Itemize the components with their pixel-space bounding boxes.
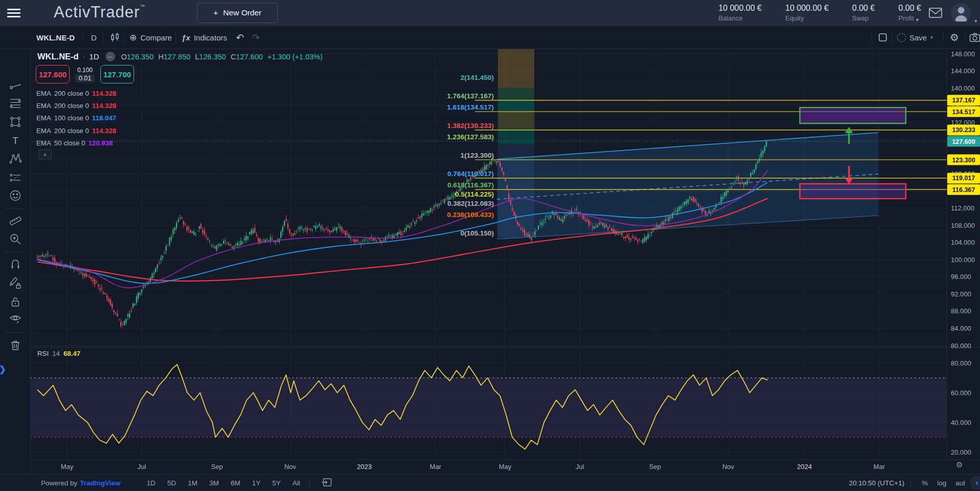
svg-text:1.382(130.233): 1.382(130.233) — [447, 122, 494, 130]
range-3m[interactable]: 3M — [206, 478, 223, 488]
avatar[interactable] — [951, 3, 971, 23]
svg-text:127.600: 127.600 — [952, 138, 975, 145]
auto-scale-button[interactable]: aut — [951, 479, 970, 487]
undo-icon[interactable]: ↶ — [236, 26, 244, 49]
log-scale-button[interactable]: log — [932, 479, 951, 487]
indicators-button[interactable]: ƒx Indicators — [182, 26, 227, 49]
settings-gear-icon[interactable]: ⚙ — [950, 26, 959, 49]
indicator-row[interactable]: EMA200 close 0 114.328 — [36, 124, 116, 137]
trend-line-icon[interactable] — [9, 79, 22, 92]
svg-text:0.236(109.433): 0.236(109.433) — [447, 211, 494, 219]
svg-text:Jul: Jul — [576, 463, 584, 471]
avatar-caret-icon[interactable]: ▾ — [974, 18, 977, 24]
zoom-in-icon[interactable] — [9, 232, 22, 246]
legend-symbol: WKL.NE-d — [37, 52, 79, 61]
svg-text:2024: 2024 — [797, 463, 812, 471]
hide-drawings-eye-icon[interactable] — [9, 312, 22, 326]
svg-text:Jul: Jul — [138, 463, 146, 471]
activtrader-app: 2(141.450)1.764(137.167)1.618(134.517)1.… — [0, 0, 980, 491]
range-buttons: 1D 5D 1M 3M 6M 1Y 5Y All — [143, 478, 304, 488]
svg-text:2(141.450): 2(141.450) — [461, 74, 494, 81]
hide-series-icon[interactable]: — — [105, 52, 115, 61]
forecast-tool-icon[interactable] — [9, 171, 22, 184]
svg-text:T: T — [12, 135, 18, 146]
save-button[interactable]: Save ▾ — [897, 26, 933, 49]
indicator-row[interactable]: EMA200 close 0 114.328 — [36, 87, 116, 99]
redo-icon[interactable]: ↷ — [252, 26, 260, 49]
svg-text:128.000: 128.000 — [951, 136, 975, 143]
drawing-lock-icon[interactable] — [9, 276, 22, 290]
symbol-legend[interactable]: WKL.NE-d · 1D — O126.350 H127.850 L126.3… — [37, 52, 323, 61]
stats-caret-icon[interactable]: ▾ — [916, 17, 919, 23]
svg-text:140.000: 140.000 — [951, 84, 975, 92]
svg-text:Mar: Mar — [430, 463, 442, 471]
collapse-indicators-chevron-icon[interactable]: ∧ — [38, 150, 52, 159]
price-chart[interactable]: 2(141.450)1.764(137.167)1.618(134.517)1.… — [0, 0, 980, 491]
chart-toolbar: WKL.NE-D D ⊕ Compare ƒx Indicators ↶ ↷ — [0, 26, 980, 49]
ohlc-values: O126.350 H127.850 L126.350 C127.600 +1.3… — [121, 53, 323, 61]
mail-icon[interactable] — [928, 7, 943, 19]
fib-retracement-icon[interactable] — [9, 97, 22, 110]
spread-display: 0.100 0.01 — [72, 67, 98, 82]
svg-text:0.382(112.083): 0.382(112.083) — [447, 200, 494, 207]
indicator-row[interactable]: EMA50 close 0 120.938 — [36, 137, 116, 150]
svg-text:92.000: 92.000 — [951, 290, 971, 298]
svg-text:1.236(127.583): 1.236(127.583) — [447, 133, 494, 141]
percent-scale-button[interactable]: % — [917, 479, 932, 487]
compare-button[interactable]: ⊕ Compare — [129, 26, 172, 49]
menu-icon[interactable] — [7, 7, 20, 19]
lock-all-icon[interactable] — [9, 295, 22, 309]
range-all[interactable]: All — [289, 478, 303, 488]
svg-text:20.000: 20.000 — [951, 449, 971, 456]
symbol-button[interactable]: WKL.NE-D — [36, 26, 75, 49]
magnet-icon[interactable] — [9, 258, 22, 271]
range-1y[interactable]: 1Y — [248, 478, 264, 488]
cloud-sync-icon — [897, 33, 906, 42]
svg-text:123.300: 123.300 — [952, 157, 975, 164]
text-tool-icon[interactable]: T — [9, 134, 22, 147]
ruler-measure-icon[interactable] — [9, 214, 22, 227]
screenshot-camera-icon[interactable] — [969, 26, 980, 49]
equity-stat: 10 000.00 €Equity — [786, 4, 829, 22]
svg-text:Mar: Mar — [874, 463, 885, 471]
expand-panel-chevron-icon[interactable]: ❯ — [0, 364, 6, 375]
svg-text:120.000: 120.000 — [951, 170, 975, 178]
svg-text:130.233: 130.233 — [952, 126, 975, 134]
indicator-row[interactable]: EMA100 close 0 118.047 — [36, 112, 116, 124]
svg-text:104.000: 104.000 — [951, 239, 975, 246]
rsi-legend[interactable]: RSI14 68.47 — [37, 350, 80, 357]
svg-text:May: May — [61, 463, 74, 471]
goto-date-icon[interactable] — [321, 477, 333, 489]
range-1d[interactable]: 1D — [143, 478, 159, 488]
indicator-row[interactable]: EMA200 close 0 114.328 — [36, 99, 116, 112]
svg-text:124.000: 124.000 — [951, 153, 975, 161]
drawing-toolbar: T — [0, 26, 31, 474]
new-order-button[interactable]: + New Order — [197, 3, 278, 23]
collapse-bottom-chevron-icon[interactable]: ‹ — [970, 476, 980, 490]
time-axis-gear-icon[interactable]: ⚙ — [956, 460, 963, 469]
svg-text:1(123.300): 1(123.300) — [461, 152, 494, 159]
chart-type-icon[interactable] — [110, 26, 121, 49]
svg-text:80.000: 80.000 — [951, 342, 971, 350]
tradingview-link[interactable]: TradingView — [80, 479, 120, 487]
xabcd-pattern-icon[interactable] — [9, 152, 22, 165]
svg-text:Nov: Nov — [284, 463, 296, 471]
buy-ask-button[interactable]: 127.700 — [100, 65, 134, 83]
delete-trash-icon[interactable] — [9, 338, 22, 352]
sell-bid-button[interactable]: 127.600 — [36, 65, 70, 83]
svg-text:1.618(134.517): 1.618(134.517) — [447, 103, 494, 111]
compare-icon: ⊕ — [129, 32, 137, 43]
layout-icon[interactable] — [878, 26, 887, 49]
range-6m[interactable]: 6M — [227, 478, 244, 488]
svg-text:40.000: 40.000 — [951, 419, 971, 426]
svg-text:116.000: 116.000 — [951, 187, 974, 195]
svg-text:Sep: Sep — [649, 463, 661, 471]
range-5y[interactable]: 5Y — [269, 478, 285, 488]
range-5d[interactable]: 5D — [164, 478, 180, 488]
clock[interactable]: 20:10:50 (UTC+1) — [849, 479, 904, 487]
shapes-rectangle-icon[interactable] — [9, 115, 22, 129]
emoji-icon[interactable] — [9, 189, 22, 202]
svg-text:144.000: 144.000 — [951, 67, 975, 75]
interval-button[interactable]: D — [91, 26, 97, 49]
range-1m[interactable]: 1M — [184, 478, 201, 488]
